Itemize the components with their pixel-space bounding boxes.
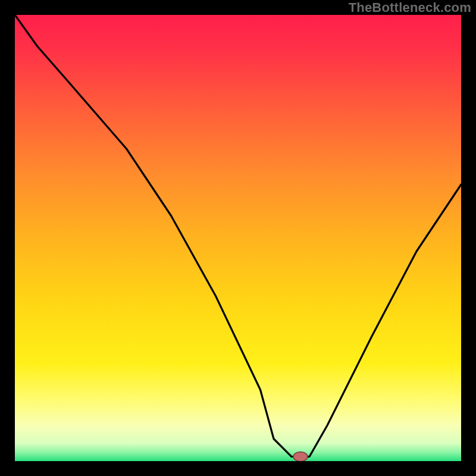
bottleneck-curve (15, 15, 461, 457)
attribution-text: TheBottleneck.com (349, 0, 471, 15)
chart-frame: TheBottleneck.com (0, 0, 476, 476)
plot-gradient-area (15, 15, 461, 461)
curve-svg (15, 15, 461, 461)
optimal-point-marker (293, 452, 308, 462)
